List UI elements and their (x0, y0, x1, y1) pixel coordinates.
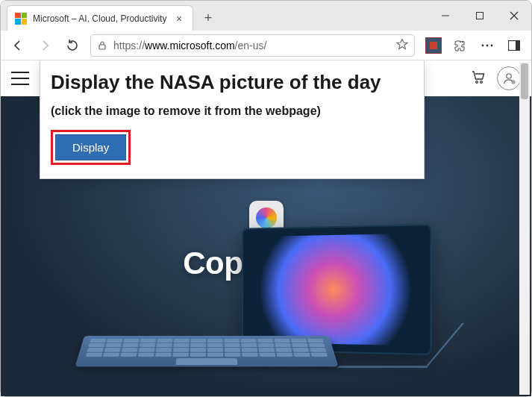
tab-title: Microsoft – AI, Cloud, Productivity (33, 13, 167, 24)
favorite-icon[interactable] (396, 38, 408, 52)
popup-heading: Display the NASA picture of the day (51, 71, 413, 94)
highlight-box: Display (51, 130, 131, 165)
forward-button[interactable] (32, 34, 57, 57)
maximize-button[interactable] (463, 1, 497, 31)
url-text: https://www.microsoft.com/en-us/ (113, 40, 266, 51)
account-icon[interactable] (497, 66, 521, 90)
svg-rect-9 (516, 41, 519, 50)
extension-active-icon[interactable] (421, 34, 446, 57)
lock-icon (97, 40, 107, 51)
hamburger-icon[interactable] (11, 72, 29, 85)
microsoft-favicon (15, 13, 27, 25)
vertical-scrollbar[interactable] (519, 62, 530, 395)
display-button[interactable]: Display (55, 134, 126, 160)
reload-button[interactable] (59, 34, 84, 57)
popup-subheading: (click the image to remove it from the w… (51, 104, 413, 118)
device-illustration (72, 234, 460, 383)
extensions-icon[interactable] (448, 34, 473, 57)
svg-point-12 (507, 74, 511, 78)
back-button[interactable] (5, 34, 31, 57)
extension-popup: Display the NASA picture of the day (cli… (40, 60, 425, 179)
svg-point-11 (481, 81, 483, 84)
minimize-button[interactable] (428, 1, 463, 31)
scrollbar-thumb[interactable] (521, 63, 528, 99)
svg-point-6 (486, 44, 489, 46)
new-tab-button[interactable]: + (198, 7, 219, 28)
sidebar-icon[interactable] (501, 34, 527, 57)
svg-point-7 (491, 44, 493, 46)
window-controls (428, 1, 531, 31)
svg-point-10 (476, 81, 478, 84)
close-window-button[interactable] (497, 1, 531, 31)
cart-icon[interactable] (470, 69, 486, 88)
close-tab-icon[interactable]: × (173, 13, 185, 25)
titlebar: Microsoft – AI, Cloud, Productivity × + (1, 1, 531, 31)
browser-window: Microsoft – AI, Cloud, Productivity × + … (0, 0, 532, 397)
address-bar[interactable]: https://www.microsoft.com/en-us/ (90, 34, 415, 57)
more-icon[interactable] (475, 34, 500, 57)
page-content: Copilot+PC Display the NASA picture of t… (1, 60, 531, 396)
browser-tab[interactable]: Microsoft – AI, Cloud, Productivity × (7, 5, 193, 31)
toolbar: https://www.microsoft.com/en-us/ (1, 31, 531, 60)
svg-rect-1 (477, 13, 484, 19)
svg-rect-4 (99, 45, 105, 49)
svg-point-5 (482, 44, 484, 46)
